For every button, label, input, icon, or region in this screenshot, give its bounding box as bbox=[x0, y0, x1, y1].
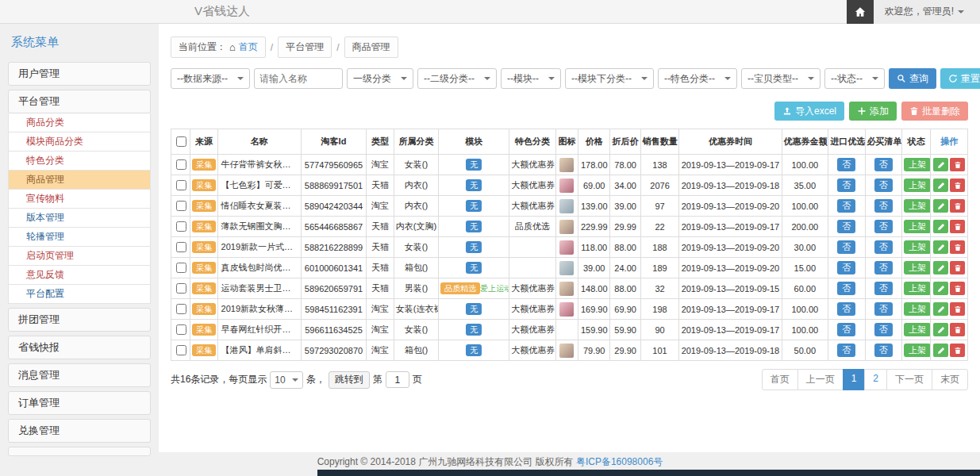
status-toggle[interactable]: 上架 bbox=[904, 344, 931, 357]
edit-button[interactable] bbox=[933, 323, 948, 336]
delete-button[interactable] bbox=[950, 158, 965, 171]
row-checkbox[interactable] bbox=[176, 180, 186, 190]
delete-button[interactable] bbox=[950, 199, 965, 213]
delete-button[interactable] bbox=[950, 323, 965, 336]
status-toggle[interactable]: 上架 bbox=[904, 261, 931, 274]
sidebar-item[interactable]: 订单管理 bbox=[8, 391, 151, 415]
filter-select[interactable]: --特色分类-- bbox=[658, 68, 737, 89]
jump-button[interactable]: 跳转到 bbox=[329, 371, 370, 389]
page-button-1[interactable]: 1 bbox=[843, 369, 866, 390]
sidebar-item[interactable]: 兑换管理 bbox=[8, 419, 151, 443]
status-toggle[interactable]: 上架 bbox=[904, 240, 931, 254]
sidebar-subitem[interactable]: 宣传物料 bbox=[8, 190, 151, 209]
sidebar-item[interactable]: 用户管理 bbox=[8, 62, 151, 86]
sidebar-subitem[interactable]: 商品分类 bbox=[8, 113, 151, 132]
sidebar-subitem[interactable]: 轮播管理 bbox=[8, 228, 151, 247]
sidebar-subitem[interactable]: 模块商品分类 bbox=[8, 132, 151, 152]
edit-button[interactable] bbox=[933, 199, 948, 213]
must-buy-toggle[interactable]: 否 bbox=[874, 261, 893, 274]
search-button[interactable]: 查询 bbox=[889, 68, 936, 89]
sidebar-subitem[interactable]: 平台配置 bbox=[8, 285, 151, 304]
home-button[interactable] bbox=[847, 0, 874, 24]
must-buy-toggle[interactable]: 否 bbox=[874, 240, 893, 254]
filter-select[interactable]: --状态-- bbox=[824, 68, 885, 89]
delete-button[interactable] bbox=[950, 344, 965, 357]
delete-button[interactable] bbox=[950, 220, 965, 233]
status-toggle[interactable]: 上架 bbox=[904, 282, 931, 295]
sidebar-subitem[interactable]: 启动页管理 bbox=[8, 247, 151, 266]
imported-toggle[interactable]: 否 bbox=[837, 199, 855, 213]
delete-button[interactable] bbox=[950, 178, 965, 192]
must-buy-toggle[interactable]: 否 bbox=[874, 178, 893, 192]
row-checkbox[interactable] bbox=[176, 345, 186, 355]
page-button-first[interactable]: 首页 bbox=[762, 369, 798, 390]
sidebar-subitem[interactable]: 意见反馈 bbox=[8, 266, 151, 285]
delete-button[interactable] bbox=[950, 282, 965, 295]
status-toggle[interactable]: 上架 bbox=[904, 220, 931, 233]
name-search-input[interactable] bbox=[254, 68, 343, 89]
filter-select[interactable]: 一级分类 bbox=[347, 68, 413, 89]
row-checkbox[interactable] bbox=[176, 201, 186, 211]
status-toggle[interactable]: 上架 bbox=[904, 199, 931, 213]
select-all-checkbox[interactable] bbox=[176, 136, 186, 147]
imported-toggle[interactable]: 否 bbox=[837, 178, 855, 192]
must-buy-toggle[interactable]: 否 bbox=[874, 220, 893, 233]
must-buy-toggle[interactable]: 否 bbox=[874, 323, 893, 336]
must-buy-toggle[interactable]: 否 bbox=[874, 282, 893, 295]
sidebar-item[interactable]: 平台管理 bbox=[8, 90, 151, 113]
imported-toggle[interactable]: 否 bbox=[837, 261, 855, 274]
edit-button[interactable] bbox=[933, 282, 948, 295]
row-checkbox[interactable] bbox=[176, 159, 186, 170]
status-toggle[interactable]: 上架 bbox=[904, 178, 931, 192]
sidebar-subitem[interactable]: 特色分类 bbox=[8, 152, 151, 171]
imported-toggle[interactable]: 否 bbox=[837, 282, 855, 295]
import-excel-button[interactable]: 导入excel bbox=[774, 102, 844, 121]
imported-toggle[interactable]: 否 bbox=[837, 344, 855, 357]
imported-toggle[interactable]: 否 bbox=[837, 302, 855, 316]
imported-toggle[interactable]: 否 bbox=[837, 323, 855, 336]
edit-button[interactable] bbox=[933, 158, 948, 171]
row-checkbox[interactable] bbox=[176, 221, 186, 232]
must-buy-toggle[interactable]: 否 bbox=[874, 344, 893, 357]
edit-button[interactable] bbox=[933, 240, 948, 254]
imported-toggle[interactable]: 否 bbox=[837, 220, 855, 233]
row-checkbox[interactable] bbox=[176, 324, 186, 335]
row-checkbox[interactable] bbox=[176, 283, 186, 294]
filter-select[interactable]: --宝贝类型-- bbox=[741, 68, 821, 89]
sidebar-item[interactable]: 省钱快报 bbox=[8, 336, 151, 359]
must-buy-toggle[interactable]: 否 bbox=[874, 199, 893, 213]
status-toggle[interactable]: 上架 bbox=[904, 302, 931, 316]
delete-button[interactable] bbox=[950, 261, 965, 274]
page-button-last[interactable]: 末页 bbox=[932, 369, 968, 390]
page-button-next[interactable]: 下一页 bbox=[886, 369, 932, 390]
filter-select[interactable]: --模块下分类-- bbox=[565, 68, 654, 89]
sidebar-item[interactable]: 消息管理 bbox=[8, 363, 151, 387]
imported-toggle[interactable]: 否 bbox=[837, 158, 855, 171]
delete-button[interactable] bbox=[950, 240, 965, 254]
user-menu[interactable]: 欢迎您，管理员! bbox=[874, 0, 980, 24]
filter-select[interactable]: --二级分类-- bbox=[417, 68, 497, 89]
row-checkbox[interactable] bbox=[176, 242, 186, 252]
filter-select[interactable]: --模块-- bbox=[501, 68, 561, 89]
per-page-select[interactable]: 10 bbox=[270, 371, 302, 389]
breadcrumb-home-link[interactable]: 首页 bbox=[239, 40, 258, 54]
status-toggle[interactable]: 上架 bbox=[904, 323, 931, 336]
jump-page-input[interactable] bbox=[386, 371, 409, 388]
edit-button[interactable] bbox=[933, 220, 948, 233]
page-button-2[interactable]: 2 bbox=[864, 369, 887, 390]
sidebar-item[interactable]: 拼团管理 bbox=[8, 308, 151, 332]
status-toggle[interactable]: 上架 bbox=[904, 158, 931, 171]
page-button-prev[interactable]: 上一页 bbox=[797, 369, 844, 390]
delete-button[interactable] bbox=[950, 302, 965, 316]
imported-toggle[interactable]: 否 bbox=[837, 240, 855, 254]
reset-button[interactable]: 重置 bbox=[940, 68, 980, 89]
edit-button[interactable] bbox=[933, 178, 948, 192]
must-buy-toggle[interactable]: 否 bbox=[874, 302, 893, 316]
icp-link[interactable]: 粤ICP备16098006号 bbox=[576, 456, 663, 467]
filter-select[interactable]: --数据来源-- bbox=[171, 68, 250, 89]
edit-button[interactable] bbox=[933, 344, 948, 357]
edit-button[interactable] bbox=[933, 261, 948, 274]
breadcrumb-item-page[interactable]: 商品管理 bbox=[344, 36, 398, 58]
bulk-delete-button[interactable]: 批量删除 bbox=[901, 102, 968, 121]
breadcrumb-item-section[interactable]: 平台管理 bbox=[278, 36, 332, 58]
